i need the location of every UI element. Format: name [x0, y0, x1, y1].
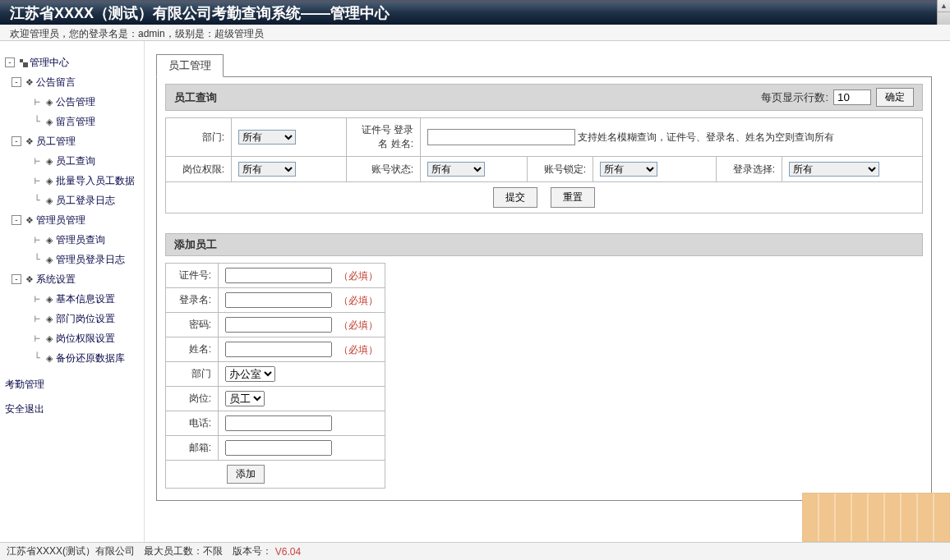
diamond-icon: ◈ — [44, 333, 54, 343]
app-header: 江苏省XXXX（测试）有限公司考勤查询系统——管理中心 ▲ — [0, 0, 950, 25]
diamond-icon: ◈ — [44, 97, 54, 107]
tree-leaf[interactable]: 员工查询 — [56, 151, 95, 171]
tree-leaf[interactable]: 批量导入员工数据 — [56, 171, 135, 190]
add-button[interactable]: 添加 — [227, 465, 265, 484]
diamond-icon: ◈ — [44, 195, 54, 205]
footer-company: 江苏省XXXX(测试）有限公司 — [7, 544, 135, 558]
diamond-icon: ❖ — [25, 77, 35, 87]
rows-confirm-button[interactable]: 确定 — [876, 88, 914, 107]
name-input[interactable] — [225, 342, 332, 357]
status-footer: 江苏省XXXX(测试）有限公司 最大员工数：不限 版本号： V6.04 — [0, 542, 950, 560]
idname-hint: 支持姓名模糊查询，证件号、登录名、姓名为空则查询所有 — [578, 131, 834, 143]
loginsel-select[interactable]: 所有 — [789, 162, 879, 177]
login-input[interactable] — [225, 292, 332, 308]
status-label: 账号状态: — [347, 157, 421, 182]
cert-input[interactable] — [225, 268, 332, 283]
section-add-header: 添加员工 — [165, 233, 923, 256]
diamond-icon: ◈ — [44, 314, 54, 324]
nav-tree: -管理中心 -❖公告留言 ⊢◈公告管理 └◈留言管理 -❖员工管理 ⊢◈员工查询… — [5, 53, 139, 419]
required-hint: （必填） — [339, 319, 378, 331]
lock-label: 账号锁定: — [528, 157, 593, 182]
diamond-icon: ◈ — [44, 235, 54, 245]
tree-leaf[interactable]: 留言管理 — [56, 112, 95, 131]
diamond-icon: ❖ — [25, 136, 35, 146]
name-label: 姓名: — [166, 337, 219, 362]
footer-version: V6.04 — [275, 546, 301, 558]
tel-input[interactable] — [225, 415, 332, 431]
mail-input[interactable] — [225, 440, 332, 456]
link-logout[interactable]: 安全退出 — [5, 399, 44, 419]
diamond-icon: ◈ — [44, 176, 54, 186]
tree-leaf[interactable]: 部门岗位设置 — [56, 309, 115, 328]
rows-per-page-label: 每页显示行数: — [761, 90, 828, 105]
tree-collapse-icon[interactable]: - — [12, 77, 21, 87]
tree-leaf[interactable]: 管理员登录日志 — [56, 250, 125, 269]
diamond-icon: ❖ — [25, 274, 35, 284]
panel: 员工查询 每页显示行数: 确定 部门: 所有 证件号 登录名 姓名: 支持姓名模… — [156, 77, 932, 501]
tree-collapse-icon[interactable]: - — [12, 215, 21, 225]
add-form: 证件号: （必填） 登录名: （必填） 密码: （必填） 姓名: （必填） — [165, 263, 599, 489]
link-attendance[interactable]: 考勤管理 — [5, 374, 44, 394]
tree-line-icon: ⊢ — [31, 92, 43, 112]
rows-per-page-input[interactable] — [833, 90, 871, 105]
footer-ver-label: 版本号： — [233, 544, 272, 558]
tree-line-icon: ⊢ — [31, 289, 43, 309]
tree-collapse-icon[interactable]: - — [12, 274, 21, 284]
query-reset-button[interactable]: 重置 — [551, 187, 595, 208]
diamond-icon: ◈ — [44, 294, 54, 304]
decorative-pattern — [802, 493, 950, 542]
diamond-icon: ◈ — [44, 117, 54, 126]
dept-add-select[interactable]: 办公室 — [225, 366, 275, 382]
tree-line-icon: ⊢ — [31, 328, 43, 348]
tree-collapse-icon[interactable]: - — [5, 57, 15, 67]
tree-node-admin[interactable]: 管理员管理 — [36, 210, 85, 230]
required-hint: （必填） — [339, 270, 378, 282]
query-submit-button[interactable]: 提交 — [493, 187, 537, 208]
tree-node-system[interactable]: 系统设置 — [36, 269, 76, 289]
cert-label: 证件号: — [166, 264, 219, 288]
tel-label: 电话: — [166, 411, 219, 436]
app-title: 江苏省XXXX（测试）有限公司考勤查询系统——管理中心 — [10, 3, 390, 23]
lock-select[interactable]: 所有 — [600, 162, 657, 177]
diamond-icon: ◈ — [44, 255, 54, 264]
tree-line-icon: └ — [31, 250, 43, 269]
status-select[interactable]: 所有 — [427, 162, 485, 177]
welcome-mid: ，级别是： — [165, 28, 214, 39]
section-query-header: 员工查询 每页显示行数: 确定 — [165, 84, 923, 111]
perm-select[interactable]: 所有 — [238, 162, 296, 177]
main-content: 员工管理 员工查询 每页显示行数: 确定 部门: 所有 证件号 登录名 姓名: — [145, 41, 950, 542]
dept-label: 部门: — [166, 118, 232, 157]
dept-select[interactable]: 所有 — [238, 130, 296, 145]
tree-node-announce[interactable]: 公告留言 — [36, 72, 76, 92]
diamond-icon: ❖ — [25, 215, 35, 225]
section-add-title: 添加员工 — [174, 237, 217, 252]
pwd-input[interactable] — [225, 317, 332, 333]
tree-line-icon: ⊢ — [31, 171, 43, 190]
tree-line-icon: ⊢ — [31, 151, 43, 171]
welcome-level: 超级管理员 — [214, 28, 264, 39]
tree-line-icon: └ — [31, 348, 43, 368]
mail-label: 邮箱: — [166, 436, 219, 461]
login-label: 登录名: — [166, 288, 219, 313]
idname-input[interactable] — [427, 129, 575, 145]
tree-leaf[interactable]: 员工登录日志 — [56, 190, 115, 210]
required-hint: （必填） — [339, 295, 378, 306]
scrollbar-stub: ▲ — [937, 0, 950, 25]
post-label: 岗位: — [166, 387, 219, 411]
welcome-prefix: 欢迎管理员，您的登录名是： — [10, 28, 138, 39]
pwd-label: 密码: — [166, 313, 219, 337]
tree-leaf[interactable]: 备份还原数据库 — [56, 348, 125, 368]
tree-leaf[interactable]: 管理员查询 — [56, 230, 105, 250]
scroll-up-icon: ▲ — [938, 0, 950, 12]
post-select[interactable]: 员工 — [225, 391, 265, 406]
tree-line-icon: ⊢ — [31, 309, 43, 328]
diamond-icon: ◈ — [44, 156, 54, 166]
section-query-title: 员工查询 — [174, 90, 217, 105]
tree-leaf[interactable]: 公告管理 — [56, 92, 95, 112]
tree-node-employee[interactable]: 员工管理 — [36, 131, 76, 151]
tab-employee-mgmt[interactable]: 员工管理 — [156, 54, 224, 77]
tree-leaf[interactable]: 岗位权限设置 — [56, 328, 115, 348]
tree-collapse-icon[interactable]: - — [12, 136, 21, 146]
tree-leaf[interactable]: 基本信息设置 — [56, 289, 115, 309]
tree-root[interactable]: 管理中心 — [30, 53, 69, 72]
